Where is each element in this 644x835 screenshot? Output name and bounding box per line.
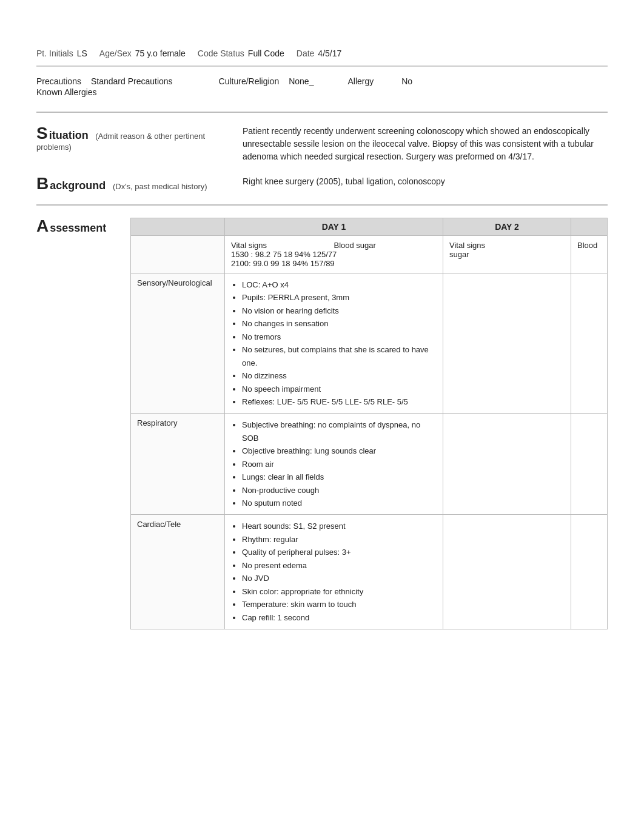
date-group: Date 4/5/17 [297, 49, 342, 58]
date-label: Date [297, 49, 315, 58]
situation-big-letter: S [36, 125, 48, 142]
row-label-0: Sensory/Neurological [131, 273, 225, 414]
assessment-data-row: Cardiac/TeleHeart sounds: S1, S2 present… [131, 515, 608, 629]
precautions-block: Precautions Standard Precautions Culture… [36, 76, 608, 97]
bullet-item: Cap refill: 1 second [242, 611, 437, 624]
vitals-col-label: Vital signs [231, 241, 334, 250]
row-blood-0 [571, 273, 608, 414]
hdr-day1: DAY 1 [225, 218, 443, 236]
bullet-item: No dizziness [242, 369, 437, 382]
culture-value: None_ [289, 76, 314, 86]
divider1 [36, 112, 608, 113]
bullet-item: No present edema [242, 559, 437, 572]
row-day2-2 [443, 515, 571, 629]
bullet-item: No changes in sensation [242, 317, 437, 330]
bullet-item: Pupils: PERRLA present, 3mm [242, 291, 437, 304]
day2-blood-lbl: sugar [449, 250, 469, 259]
bullet-item: Temperature: skin warm to touch [242, 598, 437, 611]
background-title-rest: ackground [50, 179, 106, 192]
bullet-item: No vision or hearing deficits [242, 304, 437, 317]
assessment-data-row: Sensory/NeurologicalLOC: A+O x4Pupils: P… [131, 273, 608, 414]
vitals-day1: Vital signsBlood sugar1530 : 98.2 75 18 … [225, 236, 443, 273]
bullet-item: Lungs: clear in all fields [242, 471, 437, 483]
situation-section: Situation (Admit reason & other pertinen… [36, 125, 608, 163]
pt-initials-value: LS [77, 49, 87, 58]
known-allergies-label: Known Allergies [36, 87, 97, 97]
header-row: Pt. Initials LS Age/Sex 75 y.o female Co… [36, 49, 608, 67]
row-blood-2 [571, 515, 608, 629]
row-blood-1 [571, 414, 608, 515]
assessment-main-table: DAY 1DAY 2Vital signsBlood sugar1530 : 9… [130, 218, 608, 629]
divider2 [36, 204, 608, 206]
situation-title: Situation (Admit reason & other pertinen… [36, 125, 236, 152]
hdr-day2: DAY 2 [443, 218, 571, 236]
row-day1-1: Subjective breathing: no complaints of d… [225, 414, 443, 515]
page: Pt. Initials LS Age/Sex 75 y.o female Co… [0, 0, 644, 835]
situation-label: Situation (Admit reason & other pertinen… [36, 125, 243, 152]
age-sex-group: Age/Sex 75 y.o female [99, 49, 186, 58]
bullet-item: Rhythm: regular [242, 533, 437, 546]
vitals-day2: Vital signssugar [443, 236, 571, 273]
row-label-2: Cardiac/Tele [131, 515, 225, 629]
precautions-line2: Known Allergies [36, 87, 608, 97]
allergy-label: Allergy [347, 76, 374, 86]
date-value: 4/5/17 [318, 49, 341, 58]
background-big-letter: B [36, 175, 49, 192]
bullet-item: No sputum noted [242, 497, 437, 509]
background-section: Background (Dx's, past medical history) … [36, 175, 608, 192]
assessment-table-area: DAY 1DAY 2Vital signsBlood sugar1530 : 9… [130, 218, 608, 629]
bullet-item: Heart sounds: S1, S2 present [242, 520, 437, 532]
hdr-empty [131, 218, 225, 236]
bullet-item: LOC: A+O x4 [242, 278, 437, 291]
assessment-title-rest: ssessment [50, 222, 106, 234]
precautions-value: Standard Precautions [91, 76, 173, 86]
age-sex-label: Age/Sex [99, 49, 132, 58]
pt-initials-group: Pt. Initials LS [36, 49, 87, 58]
code-status-group: Code Status Full Code [198, 49, 284, 58]
allergy-value: No [401, 76, 412, 86]
row-day1-2: Heart sounds: S1, S2 presentRhythm: regu… [225, 515, 443, 629]
bullet-item: Reflexes: LUE- 5/5 RUE- 5/5 LLE- 5/5 RLE… [242, 395, 437, 408]
row-day1-0: LOC: A+O x4Pupils: PERRLA present, 3mmNo… [225, 273, 443, 414]
assessment-big-letter: A [36, 218, 49, 235]
blood-sugar-col-label: Blood sugar [334, 241, 437, 250]
vit-2100: 2100: 99.0 99 18 94% 157/89 [231, 259, 437, 268]
row-day2-0 [443, 273, 571, 414]
bullet-item: No JVD [242, 572, 437, 585]
background-subtitle: (Dx's, past medical history) [113, 182, 207, 191]
precautions-label: Precautions [36, 76, 81, 86]
situation-content: Patient recently recently underwent scre… [243, 125, 608, 163]
assessment-label-area: Assessment [36, 218, 130, 235]
bullet-item: Non-productive cough [242, 484, 437, 497]
bullet-item: Subjective breathing: no complaints of d… [242, 418, 437, 444]
assessment-section: Assessment DAY 1DAY 2Vital signsBlood su… [36, 218, 608, 629]
bullet-item: Quality of peripheral pulses: 3+ [242, 546, 437, 558]
code-status-label: Code Status [198, 49, 244, 58]
vitals-row: Vital signsBlood sugar1530 : 98.2 75 18 … [131, 236, 608, 273]
blood-header-cell: Blood [571, 236, 608, 273]
bullet-item: Room air [242, 458, 437, 471]
code-status-value: Full Code [248, 49, 284, 58]
bullet-item: Skin color: appropriate for ethnicity [242, 585, 437, 598]
vitals-label-cell [131, 236, 225, 273]
table-header-row: DAY 1DAY 2 [131, 218, 608, 236]
bullet-item: No speech impairment [242, 383, 437, 395]
situation-title-rest: ituation [49, 129, 89, 141]
background-content: Right knee surgery (2005), tubal ligatio… [243, 175, 608, 188]
vit-1530: 1530 : 98.2 75 18 94% 125/77 [231, 250, 437, 259]
bullet-item: No seizures, but complains that she is s… [242, 343, 437, 369]
pt-initials-label: Pt. Initials [36, 49, 73, 58]
bullet-item: No tremors [242, 330, 437, 343]
background-label: Background (Dx's, past medical history) [36, 175, 243, 192]
background-title: Background (Dx's, past medical history) [36, 175, 236, 192]
bullet-item: Objective breathing: lung sounds clear [242, 444, 437, 457]
day2-vital-lbl: Vital signs [449, 241, 485, 250]
culture-label: Culture/Religion [219, 76, 280, 86]
age-sex-value: 75 y.o female [135, 49, 186, 58]
hdr-blood [571, 218, 608, 236]
assessment-data-row: RespiratorySubjective breathing: no comp… [131, 414, 608, 515]
precautions-line1: Precautions Standard Precautions Culture… [36, 76, 608, 86]
row-label-1: Respiratory [131, 414, 225, 515]
row-day2-1 [443, 414, 571, 515]
